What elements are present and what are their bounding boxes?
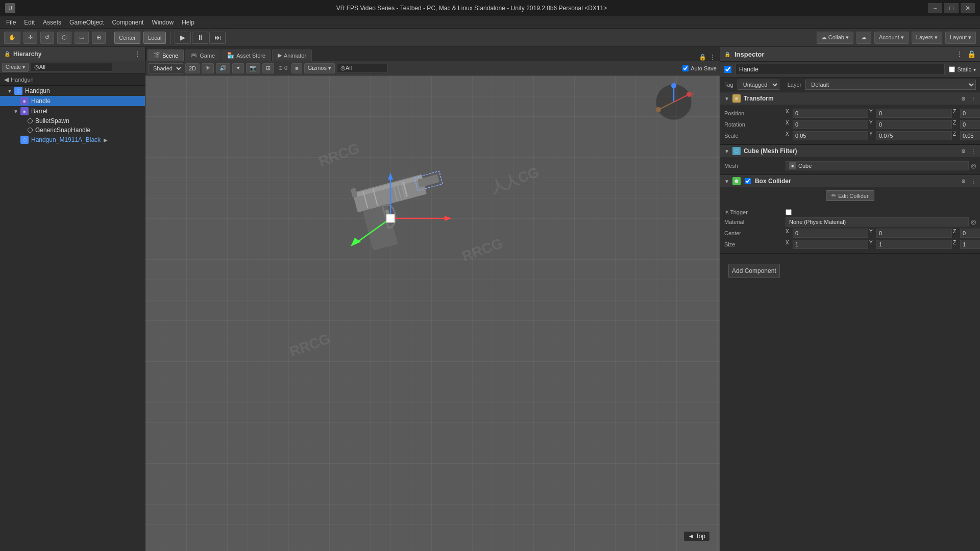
tab-scene[interactable]: 🎬 Scene xyxy=(148,49,184,61)
z-label: Z xyxy=(953,120,959,129)
tree-item-handgun[interactable]: ▼ ⬡ Handgun xyxy=(0,86,145,96)
hierarchy-create-button[interactable]: Create ▾ xyxy=(2,63,29,72)
y-label: Y xyxy=(869,240,875,249)
scene-view[interactable]: RRCG RRCG RRCG 人人CG xyxy=(145,76,720,551)
box-collider-header[interactable]: ▼ ⬟ Box Collider ⚙ ⋮ xyxy=(720,175,980,187)
tool-rect[interactable]: ▭ xyxy=(75,32,89,44)
pivot-local-button[interactable]: Local xyxy=(143,32,166,44)
center-y-input[interactable] xyxy=(876,229,952,238)
minimize-button[interactable]: − xyxy=(928,3,942,13)
edit-collider-button[interactable]: ✏ Edit Collider xyxy=(826,190,874,201)
scene-camera-button[interactable]: 📷 xyxy=(246,63,260,73)
menu-edit[interactable]: Edit xyxy=(20,18,39,27)
tab-game[interactable]: 🎮 Game xyxy=(185,49,220,61)
menu-window[interactable]: Window xyxy=(148,18,178,27)
collider-more-icon[interactable]: ⋮ xyxy=(971,179,976,184)
rotation-x-input[interactable] xyxy=(793,120,868,129)
component-icon: ■ xyxy=(20,97,29,105)
scene-lock-icon[interactable]: 🔒 xyxy=(699,54,706,61)
static-dropdown[interactable]: ▾ xyxy=(973,67,976,72)
gizmos-button[interactable]: Gizmos ▾ xyxy=(304,63,335,73)
tab-animator[interactable]: ▶ Animator xyxy=(272,49,312,61)
account-button[interactable]: Account ▾ xyxy=(874,32,909,44)
tab-asset-store[interactable]: 🏪 Asset Store xyxy=(222,49,271,61)
center-x-input[interactable] xyxy=(793,229,868,238)
is-trigger-checkbox[interactable] xyxy=(786,209,792,215)
fx-button[interactable]: ✦ xyxy=(232,63,244,73)
breadcrumb-back-icon[interactable]: ◀ xyxy=(4,76,9,83)
collider-settings-icon[interactable]: ⚙ xyxy=(961,179,966,184)
tool-hand[interactable]: ✋ xyxy=(4,32,20,44)
transform-header[interactable]: ▼ ⊞ Transform ⚙ ⋮ xyxy=(720,92,980,105)
static-checkbox[interactable] xyxy=(949,66,955,72)
play-button[interactable]: ▶ xyxy=(175,32,191,44)
tree-item-handgun-m1911a[interactable]: ⬡ Handgun_M1911A_Black ▶ xyxy=(0,135,145,145)
step-button[interactable]: ⏭ xyxy=(209,32,226,44)
tool-rotate[interactable]: ↺ xyxy=(40,32,54,44)
menu-help[interactable]: Help xyxy=(178,18,199,27)
autosave-checkbox[interactable] xyxy=(682,65,689,71)
add-component-button[interactable]: Add Component xyxy=(728,264,780,278)
transform-settings-icon[interactable]: ⚙ xyxy=(961,96,966,102)
tree-item-genericsnaphandle[interactable]: GenericSnapHandle xyxy=(0,126,145,135)
tree-item-bulletspawn[interactable]: BulletSpawn xyxy=(0,116,145,126)
tag-select[interactable]: Untagged xyxy=(738,80,779,90)
cloud-button[interactable]: ☁ xyxy=(856,32,871,44)
rotation-z-input[interactable] xyxy=(960,120,980,129)
scene-menu-icon[interactable]: ⋮ xyxy=(709,54,716,61)
mesh-more-icon[interactable]: ⋮ xyxy=(971,148,976,154)
center-z-input[interactable] xyxy=(960,229,980,238)
grid-button[interactable]: ⊞ xyxy=(262,63,274,73)
scene-search-input[interactable] xyxy=(337,64,388,73)
maximize-button[interactable]: □ xyxy=(944,3,959,13)
scene-more-button[interactable]: ≡ xyxy=(291,63,302,73)
close-button[interactable]: ✕ xyxy=(961,3,975,13)
position-y-input[interactable] xyxy=(876,109,952,118)
mesh-target-icon[interactable]: ◎ xyxy=(971,162,976,169)
scale-x-input[interactable] xyxy=(793,131,868,140)
tree-item-handle[interactable]: ■ Handle xyxy=(0,96,145,106)
size-z-input[interactable] xyxy=(960,240,980,249)
menu-gameobject[interactable]: GameObject xyxy=(65,18,108,27)
lighting-button[interactable]: ☀ xyxy=(202,63,214,73)
layout-button[interactable]: Layout ▾ xyxy=(945,32,976,44)
collab-button[interactable]: ☁ Collab ▾ xyxy=(817,32,853,44)
mesh-filter-header[interactable]: ▼ ⬡ Cube (Mesh Filter) ⚙ ⋮ xyxy=(720,145,980,157)
tool-combo[interactable]: ⊞ xyxy=(92,32,106,44)
size-x-input[interactable] xyxy=(793,240,868,249)
size-y-input[interactable] xyxy=(876,240,952,249)
tool-move[interactable]: ✛ xyxy=(23,32,37,44)
scale-y-input[interactable] xyxy=(876,131,952,140)
pivot-center-button[interactable]: Center xyxy=(114,32,140,44)
menu-file[interactable]: File xyxy=(2,18,20,27)
object-active-checkbox[interactable] xyxy=(724,66,731,73)
mesh-settings-icon[interactable]: ⚙ xyxy=(961,148,966,154)
x-label: X xyxy=(786,240,792,249)
position-z-input[interactable] xyxy=(960,109,980,118)
rotation-y-input[interactable] xyxy=(876,120,952,129)
pause-button[interactable]: ⏸ xyxy=(192,32,208,44)
position-x-input[interactable] xyxy=(793,109,868,118)
y-label: Y xyxy=(869,131,875,140)
hierarchy-search-input[interactable] xyxy=(31,63,112,72)
transform-more-icon[interactable]: ⋮ xyxy=(971,96,976,102)
breadcrumb-handgun[interactable]: Handgun xyxy=(11,77,34,83)
mode-2d-button[interactable]: 2D xyxy=(185,63,200,73)
shading-mode-select[interactable]: Shaded xyxy=(149,63,183,73)
layers-button[interactable]: Layers ▾ xyxy=(912,32,942,44)
menu-assets[interactable]: Assets xyxy=(39,18,65,27)
inspector-lock2-icon[interactable]: 🔒 xyxy=(967,50,976,58)
menu-component[interactable]: Component xyxy=(108,18,148,27)
object-name-input[interactable] xyxy=(736,64,945,75)
hierarchy-menu-icon[interactable]: ⋮ xyxy=(134,50,141,58)
transform-icon: ⊞ xyxy=(732,94,741,103)
tool-scale[interactable]: ⬡ xyxy=(57,32,71,44)
collider-enable-checkbox[interactable] xyxy=(745,178,751,184)
inspector-menu-icon[interactable]: ⋮ xyxy=(956,50,963,58)
scale-z-input[interactable] xyxy=(960,131,980,140)
edit-collider-container: ✏ Edit Collider xyxy=(724,190,976,204)
layer-select[interactable]: Default xyxy=(805,80,976,90)
material-target-icon[interactable]: ◎ xyxy=(971,218,976,226)
tree-item-barrel[interactable]: ▼ ■ Barrel xyxy=(0,106,145,116)
audio-button[interactable]: 🔊 xyxy=(216,63,230,73)
